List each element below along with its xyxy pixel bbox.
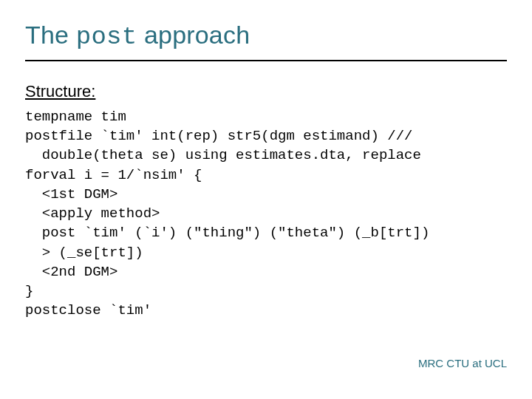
title-pre: The [25, 21, 76, 49]
code-block: tempname tim postfile `tim' int(rep) str… [25, 107, 507, 320]
slide-title: The post approach [25, 21, 507, 51]
title-code: post [76, 23, 137, 51]
title-underline [25, 60, 507, 61]
footer-attribution: MRC CTU at UCL [418, 357, 507, 369]
section-label: Structure: [25, 82, 507, 101]
slide: The post approach Structure: tempname ti… [0, 0, 532, 399]
title-post: approach [137, 21, 250, 49]
